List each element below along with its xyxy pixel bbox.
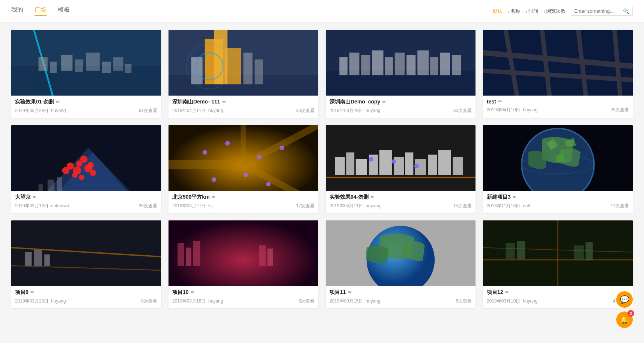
card-title: 新建项目3 ✏ — [487, 194, 629, 201]
card-item[interactable]: 北京500平方km ✏ 2019年03月27日 lcj 17次查看 — [169, 125, 318, 213]
svg-rect-7 — [86, 52, 100, 70]
card-meta: 2019年03月28日 huyang 30次查看 — [330, 108, 472, 114]
edit-icon[interactable]: ✏ — [30, 290, 34, 295]
svg-rect-10 — [125, 64, 131, 73]
edit-icon[interactable]: ✏ — [222, 99, 226, 105]
svg-rect-15 — [214, 30, 227, 84]
sort-name[interactable]: 名称 — [508, 8, 521, 15]
edit-icon[interactable]: ✏ — [498, 99, 502, 104]
card-title-text: 大望京 — [15, 194, 31, 201]
svg-rect-54 — [48, 180, 54, 191]
edit-icon[interactable]: ✏ — [505, 290, 509, 295]
svg-rect-79 — [428, 155, 437, 175]
card-info: 实验效果01-勿删 ✏ 2019年03月28日 huyang 61次查看 — [11, 96, 161, 118]
card-title-text: 实验效果01-勿删 — [15, 99, 54, 105]
card-title: test ✏ — [487, 99, 629, 105]
tab-template[interactable]: 模板 — [58, 6, 70, 16]
svg-rect-33 — [452, 55, 461, 75]
svg-rect-76 — [394, 157, 404, 175]
card-item[interactable]: 实验效果01-勿删 ✏ 2019年03月28日 huyang 61次查看 — [11, 30, 161, 118]
svg-rect-26 — [372, 50, 383, 75]
card-thumbnail — [326, 220, 475, 286]
svg-point-66 — [280, 145, 284, 150]
edit-icon[interactable]: ✏ — [382, 99, 386, 105]
sort-time[interactable]: 时间 — [525, 8, 538, 15]
card-item[interactable]: 大望京 ✏ 2019年03月13日 unknown 20次查看 — [11, 125, 161, 213]
card-meta: 2019年04月10日 huyang 25次查看 — [487, 107, 629, 113]
card-meta: 2019年03月10日 huyang 4次查看 — [487, 298, 629, 304]
search-box: 🔍 — [571, 7, 633, 16]
card-date-author: 2019年03月13日 unknown — [15, 203, 69, 209]
edit-icon[interactable]: ✏ — [33, 195, 36, 200]
card-views: 20次查看 — [139, 203, 157, 209]
card-item[interactable]: 项目9 ✏ 2019年03月20日 huyang 8次查看 — [11, 220, 161, 308]
card-views: 17次查看 — [296, 203, 314, 209]
chat-icon: 💬 — [620, 295, 629, 304]
card-item[interactable]: 深圳南山Demo--111 ✏ 2019年04月11日 huyang 30次查看 — [169, 30, 318, 118]
card-meta: 2019年03月13日 unknown 20次查看 — [15, 203, 157, 209]
edit-icon[interactable]: ✏ — [212, 195, 215, 200]
search-icon[interactable]: 🔍 — [623, 8, 629, 14]
edit-icon[interactable]: ✏ — [348, 290, 352, 295]
edit-icon[interactable]: ✏ — [370, 195, 374, 200]
edit-icon[interactable]: ✏ — [191, 290, 194, 295]
card-title: 项目11 ✏ — [330, 289, 472, 296]
card-item[interactable]: 深圳南山Demo_copy ✏ 2019年03月28日 huyang 30次查看 — [326, 30, 475, 118]
svg-rect-27 — [385, 57, 393, 75]
edit-icon[interactable]: ✏ — [513, 195, 516, 200]
svg-point-53 — [73, 166, 81, 175]
svg-rect-17 — [244, 52, 253, 84]
svg-point-68 — [212, 177, 216, 182]
card-info: 新建项目3 ✏ 2018年11月18日 null 11次查看 — [483, 191, 633, 213]
card-thumbnail — [169, 30, 318, 96]
card-date-author: 2019年03月10日 huyang — [487, 298, 537, 304]
card-info: 项目12 ✏ 2019年03月10日 huyang 4次查看 — [483, 286, 633, 308]
card-thumbnail — [483, 220, 633, 286]
svg-point-83 — [414, 164, 419, 168]
bell-fab[interactable]: 🔔 2 — [616, 312, 633, 328]
card-date-author: 2019年03月28日 huyang — [330, 108, 380, 114]
card-title: 项目9 ✏ — [15, 289, 157, 296]
main-content: 实验效果01-勿删 ✏ 2019年03月28日 huyang 61次查看 深圳南… — [0, 22, 644, 316]
card-item[interactable]: 项目10 ✏ 2019年03月18日 huyang 6次查看 — [169, 220, 318, 308]
svg-rect-25 — [361, 55, 370, 75]
svg-rect-116 — [517, 241, 525, 259]
edit-icon[interactable]: ✏ — [56, 99, 60, 105]
card-date-author: 2019年04月11日 huyang — [330, 203, 380, 209]
card-item[interactable]: 项目11 ✏ 2019年03月15日 huyang 5次查看 — [326, 220, 475, 308]
svg-rect-105 — [259, 245, 266, 265]
svg-rect-56 — [39, 184, 43, 191]
svg-rect-30 — [417, 50, 429, 75]
sort-views[interactable]: 浏览次数 — [543, 8, 566, 15]
sort-default[interactable]: 默认 — [493, 8, 503, 15]
card-meta: 2019年04月11日 huyang 15次查看 — [330, 203, 472, 209]
card-title: 实验效果04-勿删 ✏ — [330, 194, 472, 201]
tab-mine[interactable]: 我的 — [11, 6, 23, 16]
card-item[interactable]: 新建项目3 ✏ 2018年11月18日 null 11次查看 — [483, 125, 633, 213]
chat-fab[interactable]: 💬 — [616, 291, 633, 308]
svg-rect-80 — [438, 150, 451, 175]
bell-badge: 2 — [627, 310, 634, 317]
card-title: 北京500平方km ✏ — [172, 194, 314, 201]
card-views: 61次查看 — [139, 108, 157, 114]
card-thumbnail — [11, 30, 161, 96]
svg-rect-118 — [585, 242, 593, 260]
tab-square[interactable]: 广场 — [35, 6, 47, 16]
svg-rect-55 — [57, 177, 62, 191]
svg-rect-81 — [453, 157, 463, 175]
card-info: 项目10 ✏ 2019年03月18日 huyang 6次查看 — [169, 286, 318, 308]
card-item[interactable]: test ✏ 2019年04月10日 huyang 25次查看 — [483, 30, 633, 118]
nav-tabs: 我的 广场 模板 — [11, 6, 70, 16]
card-item[interactable]: 项目12 ✏ 2019年03月10日 huyang 4次查看 — [483, 220, 633, 308]
card-thumbnail — [483, 125, 633, 191]
svg-rect-28 — [395, 52, 405, 75]
svg-point-69 — [266, 182, 271, 186]
card-item[interactable]: 实验效果04-勿删 ✏ 2019年04月11日 huyang 15次查看 — [326, 125, 475, 213]
svg-rect-106 — [268, 249, 273, 266]
card-thumbnail — [11, 220, 161, 286]
card-thumbnail — [326, 30, 475, 96]
card-meta: 2019年03月18日 huyang 6次查看 — [172, 298, 314, 304]
card-meta: 2018年11月18日 null 11次查看 — [487, 203, 629, 209]
svg-rect-9 — [113, 57, 123, 71]
search-input[interactable] — [574, 8, 623, 14]
